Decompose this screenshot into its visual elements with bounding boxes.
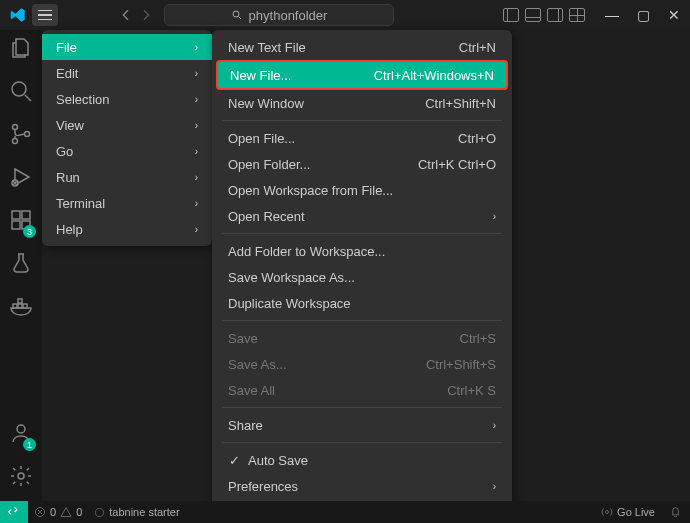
- broadcast-icon: [601, 506, 613, 518]
- activity-testing[interactable]: [9, 251, 33, 278]
- menu-duplicate-workspace[interactable]: Duplicate Workspace: [212, 290, 512, 316]
- activity-explorer[interactable]: [9, 36, 33, 63]
- menu-save-as: Save As...Ctrl+Shift+S: [212, 351, 512, 377]
- svg-line-1: [238, 17, 241, 20]
- svg-point-19: [96, 508, 104, 516]
- svg-rect-9: [12, 221, 20, 229]
- activity-search[interactable]: [9, 79, 33, 106]
- status-go-live[interactable]: Go Live: [595, 506, 661, 518]
- menu-save-workspace-as[interactable]: Save Workspace As...: [212, 264, 512, 290]
- toggle-panel-icon[interactable]: [525, 8, 541, 22]
- remote-icon: [7, 505, 21, 519]
- status-tabnine[interactable]: tabnine starter: [88, 506, 185, 518]
- separator: [222, 442, 502, 443]
- status-notifications[interactable]: [669, 505, 682, 520]
- menu-add-folder[interactable]: Add Folder to Workspace...: [212, 238, 512, 264]
- menu-terminal[interactable]: Terminal›: [42, 190, 212, 216]
- menu-save: SaveCtrl+S: [212, 325, 512, 351]
- main-menu: File› Edit› Selection› View› Go› Run› Te…: [42, 30, 212, 246]
- bell-icon: [669, 505, 682, 518]
- toggle-secondary-sidebar-icon[interactable]: [547, 8, 563, 22]
- svg-point-2: [12, 82, 26, 96]
- status-bar: 0 0 tabnine starter Go Live: [0, 501, 690, 523]
- search-icon: [9, 79, 33, 103]
- svg-point-5: [13, 139, 18, 144]
- svg-point-0: [233, 11, 239, 17]
- separator: [222, 407, 502, 408]
- svg-rect-15: [18, 299, 22, 303]
- gear-icon: [9, 464, 33, 488]
- menu-view[interactable]: View›: [42, 112, 212, 138]
- source-control-icon: [9, 122, 33, 146]
- warning-icon: [60, 506, 72, 518]
- file-submenu: New Text FileCtrl+N New File...Ctrl+Alt+…: [212, 30, 512, 523]
- menu-new-file[interactable]: New File...Ctrl+Alt+Windows+N: [216, 60, 508, 90]
- svg-point-16: [17, 425, 25, 433]
- menu-edit[interactable]: Edit›: [42, 60, 212, 86]
- vscode-logo-icon: [10, 7, 26, 23]
- activity-source-control[interactable]: [9, 122, 33, 149]
- window-close-icon[interactable]: ✕: [668, 7, 680, 23]
- menu-auto-save[interactable]: ✓Auto Save: [212, 447, 512, 473]
- debug-icon: [9, 165, 33, 189]
- activity-extensions[interactable]: 3: [9, 208, 33, 235]
- manage-button[interactable]: [9, 464, 33, 491]
- svg-rect-8: [12, 211, 20, 219]
- svg-line-3: [25, 95, 31, 101]
- activity-run-debug[interactable]: [9, 165, 33, 192]
- search-icon: [231, 9, 243, 21]
- tabnine-icon: [94, 507, 105, 518]
- menu-new-text-file[interactable]: New Text FileCtrl+N: [212, 34, 512, 60]
- check-icon: ✓: [228, 453, 240, 468]
- activity-docker[interactable]: [9, 294, 33, 321]
- account-badge: 1: [23, 438, 36, 451]
- title-bar: phythonfolder — ▢ ✕: [0, 0, 690, 30]
- status-problems[interactable]: 0 0: [28, 506, 88, 518]
- menu-open-folder[interactable]: Open Folder...Ctrl+K Ctrl+O: [212, 151, 512, 177]
- files-icon: [9, 36, 33, 60]
- window-minimize-icon[interactable]: —: [605, 7, 619, 23]
- error-icon: [34, 506, 46, 518]
- command-center-search[interactable]: phythonfolder: [164, 4, 394, 26]
- svg-point-17: [18, 473, 24, 479]
- menu-new-window[interactable]: New WindowCtrl+Shift+N: [212, 90, 512, 116]
- containers-icon: [9, 294, 33, 318]
- menu-selection[interactable]: Selection›: [42, 86, 212, 112]
- menu-help[interactable]: Help›: [42, 216, 212, 242]
- activity-bar: 3 1: [0, 30, 42, 501]
- nav-forward-icon[interactable]: [138, 7, 154, 23]
- search-placeholder: phythonfolder: [249, 8, 328, 23]
- nav-back-icon[interactable]: [118, 7, 134, 23]
- menu-run[interactable]: Run›: [42, 164, 212, 190]
- accounts-button[interactable]: 1: [9, 421, 33, 448]
- menu-file[interactable]: File›: [42, 34, 212, 60]
- svg-point-20: [606, 511, 609, 514]
- toggle-primary-sidebar-icon[interactable]: [503, 8, 519, 22]
- svg-point-6: [25, 132, 30, 137]
- app-menu-button[interactable]: [32, 4, 58, 26]
- menu-share[interactable]: Share›: [212, 412, 512, 438]
- layout-controls: [503, 8, 585, 22]
- menu-open-recent[interactable]: Open Recent›: [212, 203, 512, 229]
- separator: [222, 120, 502, 121]
- separator: [222, 233, 502, 234]
- beaker-icon: [9, 251, 33, 275]
- remote-button[interactable]: [0, 501, 28, 523]
- separator: [222, 320, 502, 321]
- extensions-badge: 3: [23, 225, 36, 238]
- menu-preferences[interactable]: Preferences›: [212, 473, 512, 499]
- svg-rect-11: [22, 211, 30, 219]
- menu-save-all: Save AllCtrl+K S: [212, 377, 512, 403]
- window-maximize-icon[interactable]: ▢: [637, 7, 650, 23]
- customize-layout-icon[interactable]: [569, 8, 585, 22]
- menu-open-file[interactable]: Open File...Ctrl+O: [212, 125, 512, 151]
- menu-go[interactable]: Go›: [42, 138, 212, 164]
- menu-open-workspace[interactable]: Open Workspace from File...: [212, 177, 512, 203]
- svg-point-4: [13, 125, 18, 130]
